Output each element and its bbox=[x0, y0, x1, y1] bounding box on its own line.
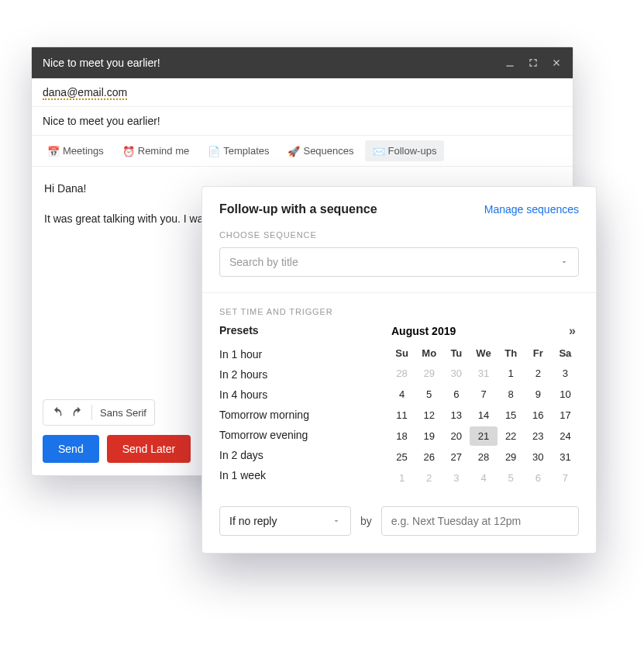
calendar-day[interactable]: 28 bbox=[388, 364, 415, 383]
preset-item[interactable]: Tomorrow morning bbox=[219, 405, 367, 425]
calendar-day[interactable]: 6 bbox=[443, 385, 470, 404]
redo-icon[interactable] bbox=[71, 406, 84, 419]
calendar-day[interactable]: 23 bbox=[525, 426, 552, 446]
divider bbox=[202, 292, 596, 293]
chevron-down-icon bbox=[560, 257, 569, 267]
calendar-day[interactable]: 25 bbox=[388, 447, 415, 467]
format-toolbar: Sans Serif bbox=[43, 399, 155, 426]
tab-followups[interactable]: ✉️ Follow-ups bbox=[365, 140, 445, 161]
subject-row[interactable]: Nice to meet you earlier! bbox=[32, 107, 573, 136]
calendar-dow: Su bbox=[388, 344, 415, 362]
choose-sequence-label: CHOOSE SEQUENCE bbox=[219, 230, 579, 240]
calendar-day[interactable]: 12 bbox=[415, 405, 443, 425]
envelope-icon: ✉️ bbox=[373, 146, 384, 157]
calendar-day[interactable]: 30 bbox=[525, 447, 552, 467]
tab-followups-label: Follow-ups bbox=[388, 145, 437, 157]
calendar-header: August 2019 » bbox=[388, 324, 579, 338]
calendar-day[interactable]: 17 bbox=[552, 405, 579, 425]
calendar-day[interactable]: 4 bbox=[388, 385, 415, 404]
undo-icon[interactable] bbox=[51, 406, 64, 419]
calendar-dow: We bbox=[470, 344, 497, 362]
rocket-icon: 🚀 bbox=[288, 146, 298, 157]
calendar-day[interactable]: 29 bbox=[415, 364, 443, 383]
calendar-day[interactable]: 1 bbox=[388, 468, 415, 488]
preset-item[interactable]: In 4 hours bbox=[219, 385, 367, 405]
expand-icon[interactable] bbox=[528, 57, 539, 68]
popover-header: Follow-up with a sequence Manage sequenc… bbox=[219, 202, 579, 216]
calendar-grid: SuMoTuWeThFrSa28293031123456789101112131… bbox=[388, 344, 579, 488]
calendar-day[interactable]: 1 bbox=[498, 364, 525, 383]
preset-item[interactable]: In 2 hours bbox=[219, 364, 367, 385]
calendar-day[interactable]: 6 bbox=[525, 468, 552, 488]
calendar-day[interactable]: 13 bbox=[443, 405, 470, 425]
calendar-next[interactable]: » bbox=[569, 324, 576, 338]
calendar-day[interactable]: 4 bbox=[470, 468, 497, 488]
calendar-day[interactable]: 5 bbox=[498, 468, 525, 488]
calendar-day[interactable]: 15 bbox=[498, 405, 525, 425]
alarm-icon: ⏰ bbox=[122, 146, 133, 157]
trigger-time-input[interactable] bbox=[381, 506, 579, 536]
window-title: Nice to meet you earlier! bbox=[43, 57, 160, 69]
calendar-day[interactable]: 2 bbox=[415, 468, 443, 488]
trigger-condition-select[interactable]: If no reply bbox=[219, 506, 351, 536]
calendar-day[interactable]: 31 bbox=[552, 447, 579, 467]
calendar-icon: 📅 bbox=[47, 146, 58, 157]
presets-column: Presets In 1 hourIn 2 hoursIn 4 hoursTom… bbox=[219, 324, 367, 488]
calendar-day[interactable]: 22 bbox=[498, 426, 525, 446]
send-button[interactable]: Send bbox=[43, 435, 99, 463]
presets-title: Presets bbox=[219, 324, 367, 336]
calendar-dow: Th bbox=[498, 344, 525, 362]
manage-sequences-link[interactable]: Manage sequences bbox=[484, 203, 579, 216]
calendar-day[interactable]: 26 bbox=[415, 447, 443, 467]
sequence-search[interactable]: Search by title bbox=[219, 247, 579, 277]
preset-item[interactable]: In 1 week bbox=[219, 465, 367, 485]
calendar-day[interactable]: 20 bbox=[443, 426, 470, 446]
calendar-day[interactable]: 24 bbox=[552, 426, 579, 446]
calendar-day[interactable]: 8 bbox=[498, 385, 525, 404]
tab-sequences[interactable]: 🚀 Sequences bbox=[280, 140, 361, 161]
calendar-day[interactable]: 16 bbox=[525, 405, 552, 425]
to-row[interactable]: dana@email.com bbox=[32, 78, 573, 107]
set-time-label: SET TIME AND TRIGGER bbox=[219, 307, 579, 316]
tab-remind[interactable]: ⏰ Remind me bbox=[115, 140, 197, 161]
calendar-day[interactable]: 11 bbox=[388, 405, 415, 425]
time-row: Presets In 1 hourIn 2 hoursIn 4 hoursTom… bbox=[219, 324, 579, 488]
preset-item[interactable]: In 1 hour bbox=[219, 344, 367, 364]
calendar-day[interactable]: 9 bbox=[525, 385, 552, 404]
calendar-day[interactable]: 3 bbox=[443, 468, 470, 488]
tab-sequences-label: Sequences bbox=[303, 145, 353, 157]
calendar-day[interactable]: 29 bbox=[498, 447, 525, 467]
subject-field[interactable]: Nice to meet you earlier! bbox=[43, 115, 160, 127]
sequence-search-placeholder: Search by title bbox=[229, 256, 298, 268]
to-field[interactable]: dana@email.com bbox=[43, 86, 127, 98]
preset-item[interactable]: Tomorrow evening bbox=[219, 425, 367, 445]
calendar-day[interactable]: 14 bbox=[470, 405, 497, 425]
minimize-icon[interactable] bbox=[505, 57, 515, 68]
calendar-day[interactable]: 31 bbox=[470, 364, 497, 383]
calendar-day[interactable]: 30 bbox=[443, 364, 470, 383]
followup-popover: Follow-up with a sequence Manage sequenc… bbox=[201, 186, 597, 554]
font-select[interactable]: Sans Serif bbox=[100, 407, 146, 419]
chevron-down-icon bbox=[332, 516, 341, 526]
send-later-button[interactable]: Send Later bbox=[107, 435, 191, 463]
tab-meetings[interactable]: 📅 Meetings bbox=[40, 140, 112, 161]
calendar-day[interactable]: 7 bbox=[552, 468, 579, 488]
calendar-day[interactable]: 18 bbox=[388, 426, 415, 446]
titlebar: Nice to meet you earlier! bbox=[32, 47, 573, 78]
tab-meetings-label: Meetings bbox=[63, 145, 104, 157]
calendar-day[interactable]: 5 bbox=[415, 385, 443, 404]
preset-item[interactable]: In 2 days bbox=[219, 445, 367, 465]
svg-rect-0 bbox=[506, 66, 513, 67]
calendar-day[interactable]: 19 bbox=[415, 426, 443, 446]
calendar-day[interactable]: 2 bbox=[525, 364, 552, 383]
calendar-day[interactable]: 3 bbox=[552, 364, 579, 383]
calendar-day[interactable]: 21 bbox=[470, 426, 497, 446]
calendar-day[interactable]: 28 bbox=[470, 447, 497, 467]
trigger-row: If no reply by bbox=[219, 506, 579, 536]
tab-templates[interactable]: 📄 Templates bbox=[200, 140, 277, 161]
calendar-month-label: August 2019 bbox=[391, 325, 456, 337]
calendar-day[interactable]: 10 bbox=[552, 385, 579, 404]
calendar-day[interactable]: 27 bbox=[443, 447, 470, 467]
close-icon[interactable] bbox=[551, 57, 562, 68]
calendar-day[interactable]: 7 bbox=[470, 385, 497, 404]
